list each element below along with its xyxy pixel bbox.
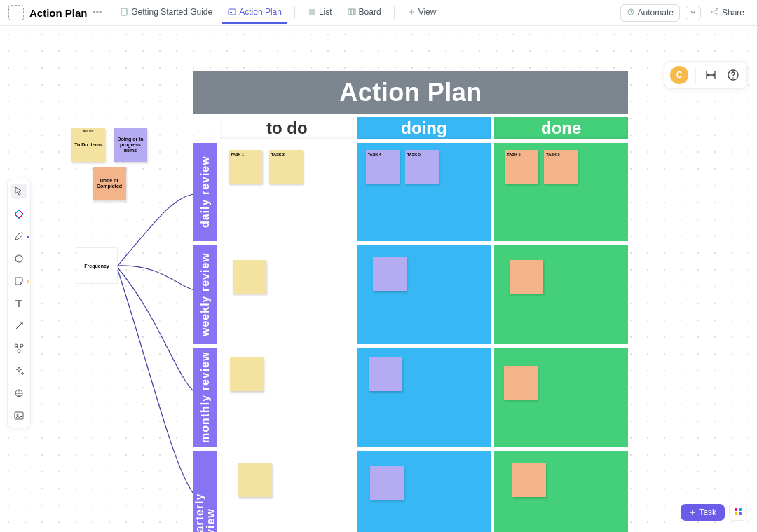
task-note[interactable]	[370, 466, 404, 500]
automate-label: Automate	[638, 8, 674, 18]
task-note[interactable]	[510, 260, 543, 294]
task-note[interactable]: TASK 6	[544, 150, 578, 184]
create-task-button[interactable]: Task	[681, 504, 725, 521]
automation-icon	[627, 8, 635, 18]
column-header-doing: doing	[357, 117, 491, 139]
divider	[695, 67, 696, 83]
legend-label: Done or Completed	[94, 178, 125, 189]
svg-rect-18	[735, 508, 737, 511]
svg-rect-1	[229, 9, 236, 15]
canvas[interactable]: C Add text To Do Items Doing or In progr…	[0, 26, 757, 532]
row-label-monthly: monthly review	[193, 348, 217, 447]
column-header-done: done	[494, 117, 628, 139]
svg-rect-21	[739, 512, 742, 515]
tab-label: View	[418, 7, 437, 17]
ai-tool[interactable]	[11, 363, 27, 378]
relationship-tool[interactable]	[11, 341, 27, 356]
automate-dropdown[interactable]	[686, 6, 701, 20]
plus-icon	[689, 509, 696, 516]
cell-daily-todo[interactable]: TASK 1 TASK 2	[220, 143, 354, 241]
svg-rect-20	[735, 512, 737, 515]
sticky-note-tool[interactable]	[11, 273, 27, 289]
frequency-node[interactable]: Frequency	[76, 247, 118, 284]
image-tool[interactable]	[11, 408, 27, 423]
page-title[interactable]: Action Plan	[29, 7, 88, 19]
cell-monthly-doing[interactable]	[357, 348, 491, 447]
task-note[interactable]: TASK 5	[505, 150, 538, 184]
pointer-tool[interactable]	[11, 184, 27, 199]
tab-board[interactable]: Board	[342, 1, 387, 24]
cell-weekly-todo[interactable]	[220, 245, 354, 344]
legend-label: To Do Items	[74, 142, 102, 148]
row-label-quarterly: quarterly review	[193, 451, 217, 532]
cell-quarterly-doing[interactable]	[357, 451, 491, 532]
task-note[interactable]	[504, 366, 538, 400]
tab-label: Getting Started Guide	[131, 7, 212, 17]
column-headers: to do doing done	[193, 117, 628, 139]
action-plan-board: Action Plan to do doing done daily revie…	[193, 71, 628, 532]
svg-rect-4	[354, 9, 355, 15]
task-note[interactable]	[369, 357, 402, 391]
svg-point-9	[15, 255, 22, 262]
row-quarterly: quarterly review	[193, 451, 628, 532]
row-monthly: monthly review	[193, 348, 628, 447]
legend-note-todo[interactable]: Add text To Do Items	[71, 128, 105, 162]
tab-list[interactable]: List	[302, 1, 338, 24]
task-note[interactable]: TASK 2	[269, 150, 303, 184]
legend-note-done[interactable]: Done or Completed	[93, 167, 126, 200]
row-daily: daily review TASK 1 TASK 2 TASK 4 TASK 5…	[193, 143, 628, 241]
svg-point-17	[732, 77, 733, 78]
avatar[interactable]: C	[670, 66, 688, 84]
fit-width-button[interactable]	[703, 67, 718, 83]
automate-button[interactable]: Automate	[620, 4, 680, 22]
task-note[interactable]: TASK 4	[366, 150, 400, 184]
task-note[interactable]	[238, 463, 272, 497]
apps-icon	[733, 507, 743, 517]
web-tool[interactable]	[11, 386, 27, 401]
cell-monthly-done[interactable]	[494, 348, 628, 447]
whiteboard-icon[interactable]	[8, 5, 24, 20]
connector-tool[interactable]	[11, 318, 27, 334]
board-icon	[348, 8, 356, 16]
cell-quarterly-todo[interactable]	[220, 451, 354, 532]
view-tabs: Getting Started Guide Action Plan List B…	[114, 1, 442, 24]
help-button[interactable]	[725, 67, 741, 83]
cell-quarterly-done[interactable]	[494, 451, 628, 532]
share-label: Share	[722, 8, 744, 18]
row-label-weekly: weekly review	[193, 245, 217, 344]
tab-getting-started[interactable]: Getting Started Guide	[114, 1, 218, 24]
cell-monthly-todo[interactable]	[220, 348, 354, 447]
svg-point-12	[18, 350, 20, 353]
task-note[interactable]	[512, 463, 546, 497]
tab-label: List	[319, 7, 332, 17]
svg-point-15	[17, 414, 18, 416]
task-note[interactable]	[230, 357, 264, 391]
divider	[294, 6, 295, 19]
more-icon[interactable]: •••	[93, 8, 102, 18]
tab-label: Board	[359, 7, 381, 17]
text-tool[interactable]	[11, 296, 27, 311]
tab-add-view[interactable]: View	[402, 1, 442, 24]
cell-weekly-doing[interactable]	[357, 245, 491, 344]
cell-daily-done[interactable]: TASK 5 TASK 6	[494, 143, 628, 241]
task-note[interactable]: TASK 5	[405, 150, 439, 184]
shape-tool[interactable]	[11, 251, 27, 266]
top-bar: Action Plan ••• Getting Started Guide Ac…	[0, 0, 757, 26]
cell-weekly-done[interactable]	[494, 245, 628, 344]
cell-daily-doing[interactable]: TASK 4 TASK 5	[357, 143, 491, 241]
left-toolbar	[7, 179, 31, 428]
row-weekly: weekly review	[193, 245, 628, 344]
apps-button[interactable]	[729, 503, 747, 521]
tab-action-plan[interactable]: Action Plan	[222, 1, 287, 24]
task-note[interactable]: TASK 1	[229, 150, 262, 184]
chevron-down-icon	[690, 10, 696, 15]
diamond-tool[interactable]	[11, 206, 27, 221]
pen-tool[interactable]	[11, 229, 27, 244]
task-note[interactable]	[233, 260, 266, 294]
share-button[interactable]: Share	[707, 5, 749, 21]
task-note[interactable]	[373, 257, 407, 291]
row-label-daily: daily review	[193, 143, 217, 241]
svg-rect-3	[351, 9, 353, 15]
legend-note-doing[interactable]: Doing or In progress Items	[114, 128, 147, 162]
svg-rect-0	[121, 8, 127, 15]
